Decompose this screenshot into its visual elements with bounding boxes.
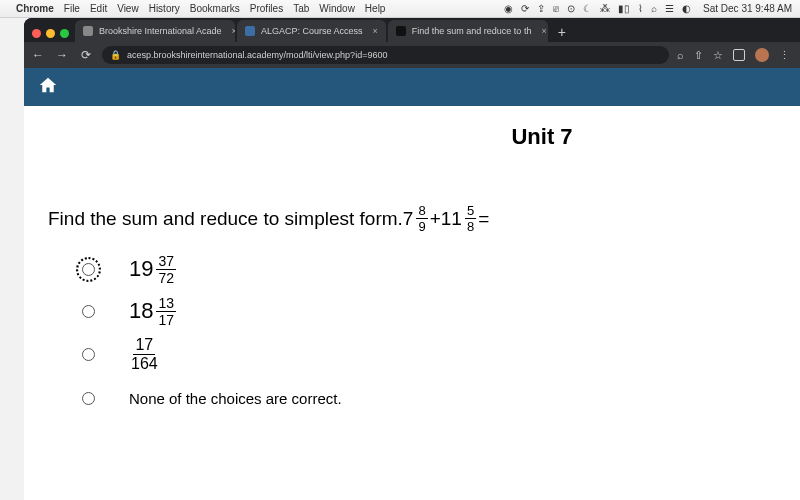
question-prompt: Find the sum and reduce to simplest form… [48, 208, 403, 230]
radio-icon[interactable] [82, 392, 95, 405]
moon-icon[interactable]: ☾ [583, 3, 592, 14]
close-tab-icon[interactable]: × [541, 26, 546, 36]
control-center-icon[interactable]: ☰ [665, 3, 674, 14]
menu-window[interactable]: Window [319, 3, 355, 14]
search-icon[interactable]: ⌕ [651, 3, 657, 14]
record-icon[interactable]: ◉ [504, 3, 513, 14]
mac-menubar: Chrome File Edit View History Bookmarks … [0, 0, 800, 18]
input-icon[interactable]: ⇪ [537, 3, 545, 14]
operand-a-den: 9 [418, 219, 425, 233]
operand-a-whole: 7 [403, 208, 414, 230]
tab-title: Brookshire International Acade [99, 26, 222, 36]
tab-3-active[interactable]: Find the sum and reduce to th × [388, 20, 548, 42]
forward-icon[interactable]: → [54, 48, 70, 62]
menu-help[interactable]: Help [365, 3, 386, 14]
question-text: Find the sum and reduce to simplest form… [48, 204, 776, 233]
home-icon[interactable] [38, 76, 58, 99]
answer-option-d[interactable]: None of the choices are correct. [82, 382, 776, 414]
ans-c-den: 164 [131, 355, 158, 372]
answer-list: 19 37 72 18 13 17 [82, 253, 776, 414]
kebab-menu-icon[interactable]: ⋮ [779, 49, 790, 62]
search-page-icon[interactable]: ⌕ [677, 49, 684, 61]
menu-edit[interactable]: Edit [90, 3, 107, 14]
browser-toolbar: ← → ⟳ 🔒 acesp.brookshireinternational.ac… [24, 42, 800, 68]
share-icon[interactable]: ⇧ [694, 49, 703, 62]
window-controls [30, 29, 75, 42]
ans-b-num: 13 [156, 296, 176, 312]
operand-b-den: 8 [467, 219, 474, 233]
ans-a-den: 72 [158, 270, 174, 285]
close-tab-icon[interactable]: × [232, 26, 235, 36]
ans-a-whole: 19 [129, 256, 153, 282]
back-icon[interactable]: ← [30, 48, 46, 62]
zoom-window-icon[interactable] [60, 29, 69, 38]
answer-option-a[interactable]: 19 37 72 [82, 253, 776, 285]
display-icon[interactable]: ⎚ [553, 3, 559, 14]
menubar-status-icons: ◉ ⟳ ⇪ ⎚ ⊙ ☾ ⁂ ▮▯ ⌇ ⌕ ☰ ◐ Sat Dec 31 9:48… [504, 3, 792, 14]
menu-profiles[interactable]: Profiles [250, 3, 283, 14]
chrome-window: Brookshire International Acade × ALGACP:… [24, 18, 800, 500]
minimize-window-icon[interactable] [46, 29, 55, 38]
clock-icon[interactable]: ⊙ [567, 3, 575, 14]
ans-c-num: 17 [133, 337, 155, 355]
answer-option-b[interactable]: 18 13 17 [82, 295, 776, 327]
tab-1[interactable]: Brookshire International Acade × [75, 20, 235, 42]
menu-view[interactable]: View [117, 3, 139, 14]
menubar-clock[interactable]: Sat Dec 31 9:48 AM [703, 3, 792, 14]
plus-sign: + [430, 208, 441, 230]
ans-d-text: None of the choices are correct. [129, 390, 342, 407]
tab-2[interactable]: ALGACP: Course Access × [237, 20, 386, 42]
url-text: acesp.brookshireinternational.academy/mo… [127, 50, 387, 60]
menu-history[interactable]: History [149, 3, 180, 14]
radio-icon[interactable] [82, 348, 95, 361]
operand-b-whole: 11 [441, 208, 462, 230]
favicon-icon [245, 26, 255, 36]
extensions-icon[interactable] [733, 49, 745, 61]
operand-a-num: 8 [416, 204, 427, 219]
battery-icon[interactable]: ▮▯ [618, 3, 630, 14]
ans-a-num: 37 [156, 254, 176, 270]
answer-option-c[interactable]: 17 164 [82, 337, 776, 372]
menu-tab[interactable]: Tab [293, 3, 309, 14]
radio-icon[interactable] [82, 263, 95, 276]
radio-icon[interactable] [82, 305, 95, 318]
ans-b-whole: 18 [129, 298, 153, 324]
bluetooth-icon[interactable]: ⁂ [600, 3, 610, 14]
new-tab-button[interactable]: + [550, 24, 574, 42]
tab-title: ALGACP: Course Access [261, 26, 363, 36]
menu-app[interactable]: Chrome [16, 3, 54, 14]
profile-avatar[interactable] [755, 48, 769, 62]
siri-icon[interactable]: ◐ [682, 3, 691, 14]
favicon-icon [83, 26, 93, 36]
address-bar[interactable]: 🔒 acesp.brookshireinternational.academy/… [102, 46, 669, 64]
course-header [24, 68, 800, 106]
lock-icon: 🔒 [110, 50, 121, 60]
bookmark-icon[interactable]: ☆ [713, 49, 723, 62]
close-tab-icon[interactable]: × [373, 26, 378, 36]
menu-file[interactable]: File [64, 3, 80, 14]
operand-b-num: 5 [465, 204, 476, 219]
ans-b-den: 17 [158, 312, 174, 327]
page-viewport: Unit 7 Find the sum and reduce to simple… [24, 68, 800, 500]
close-window-icon[interactable] [32, 29, 41, 38]
equals-sign: = [478, 208, 489, 230]
tab-strip: Brookshire International Acade × ALGACP:… [24, 18, 800, 42]
tab-title: Find the sum and reduce to th [412, 26, 532, 36]
wifi-icon[interactable]: ⌇ [638, 3, 643, 14]
favicon-icon [396, 26, 406, 36]
unit-title: Unit 7 [308, 124, 776, 150]
reload-icon[interactable]: ⟳ [78, 48, 94, 62]
menu-bookmarks[interactable]: Bookmarks [190, 3, 240, 14]
sync-icon[interactable]: ⟳ [521, 3, 529, 14]
